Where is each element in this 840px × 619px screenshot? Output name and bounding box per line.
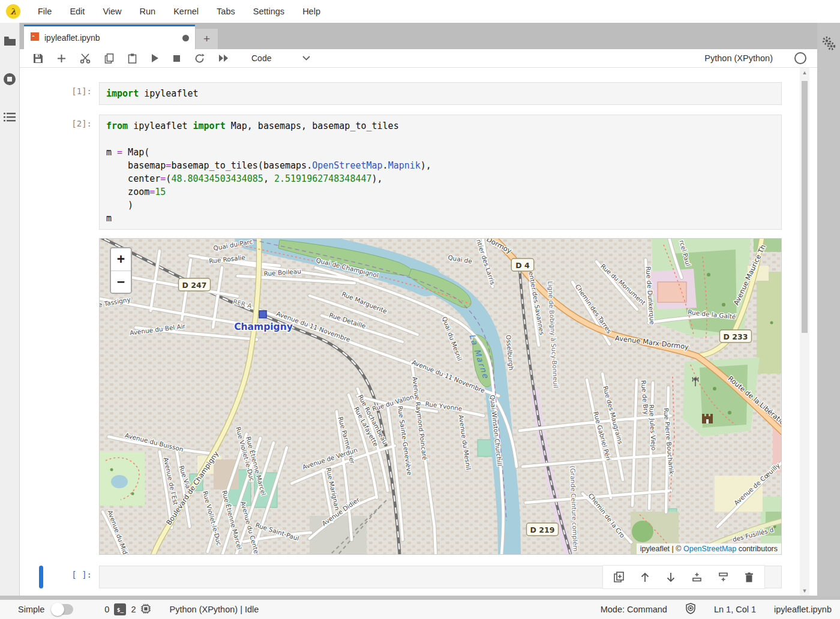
menu-settings[interactable]: Settings (244, 7, 293, 16)
notebook-toolbar: Code Python (XPython) (20, 49, 817, 68)
new-tab-button[interactable]: + (196, 29, 218, 49)
map-tiles[interactable]: Quai du ParcQuai de ChampignolRue Rosali… (100, 239, 782, 554)
menu-kernel[interactable]: Kernel (164, 7, 208, 16)
menu-items: FileEditViewRunKernelTabsSettingsHelp (29, 6, 329, 17)
file-browser-icon[interactable] (4, 36, 16, 46)
code-line: ) (106, 199, 775, 212)
insert-cell-below-icon[interactable] (718, 572, 728, 582)
kernels-count: 2 (131, 605, 136, 614)
save-icon[interactable] (33, 53, 43, 64)
code-line: m = Map( (106, 146, 775, 159)
road-badge-text: D 4 (515, 261, 530, 270)
terminals-count: 0 (104, 605, 109, 614)
left-sidebar (0, 23, 20, 600)
road-badge-text: D 247 (182, 281, 207, 290)
code-cell-2[interactable]: [2]: from ipyleaflet import Map, basemap… (99, 115, 782, 230)
panel-bottom-strip (0, 596, 840, 600)
code-editor[interactable]: from ipyleaflet import Map, basemaps, ba… (99, 115, 782, 230)
restart-run-all-icon[interactable] (218, 54, 229, 62)
menu-file[interactable]: File (29, 7, 61, 16)
run-cell-icon[interactable] (151, 53, 159, 63)
insert-cell-icon[interactable] (57, 54, 66, 63)
stop-kernel-icon[interactable] (173, 55, 181, 62)
menubar: λ FileEditViewRunKernelTabsSettingsHelp (0, 0, 840, 23)
running-kernels-icon[interactable] (3, 73, 16, 86)
kernel-chip-icon[interactable] (140, 603, 151, 616)
map-station-marker (259, 311, 266, 318)
delete-cell-icon[interactable] (745, 572, 754, 582)
statusbar: Simple 0 $_ 2 Python (XPython) | Idle Mo… (0, 600, 840, 619)
scroll-up-icon[interactable]: ▲ (800, 70, 809, 76)
cut-cells-icon[interactable] (80, 53, 91, 64)
notebook-panel: ipyleaflet.ipynb + (20, 23, 817, 600)
tabbar: ipyleaflet.ipynb + (20, 23, 817, 49)
tab-title: ipyleaflet.ipynb (44, 33, 178, 43)
cursor-position[interactable]: Ln 1, Col 1 (714, 605, 756, 614)
code-line: basemap=basemap_to_tiles(basemaps.OpenSt… (106, 159, 775, 172)
statusbar-filename: ipyleaflet.ipynb (774, 605, 832, 614)
code-line: from ipyleaflet import Map, basemaps, ba… (106, 119, 775, 133)
castle-icon (702, 414, 713, 423)
duplicate-cell-icon[interactable] (614, 572, 624, 582)
code-line: center=(48.80434503434085, 2.51919627483… (106, 172, 775, 185)
code-line: zoom=15 (106, 185, 775, 199)
terminal-icon[interactable]: $_ (114, 603, 126, 615)
right-sidebar (817, 23, 840, 600)
trust-shield-icon[interactable] (685, 603, 696, 616)
map-output-cell: Quai du ParcQuai de ChampignolRue Rosali… (99, 238, 782, 555)
kernel-name[interactable]: Python (XPython) (704, 53, 773, 63)
menu-view[interactable]: View (94, 7, 130, 16)
move-cell-down-icon[interactable] (666, 572, 676, 582)
scroll-down-icon[interactable]: ▼ (800, 588, 809, 594)
restart-kernel-icon[interactable] (194, 53, 205, 64)
leaflet-map[interactable]: Quai du ParcQuai de ChampignolRue Rosali… (99, 238, 782, 555)
unsaved-changes-dot[interactable] (182, 35, 189, 41)
map-place-label-champigny: Champigny (234, 321, 293, 332)
zoom-out-button[interactable]: − (111, 271, 131, 293)
cell-prompt: [2]: (37, 119, 92, 128)
cell-type-select[interactable]: Code (251, 53, 310, 63)
code-line: m (106, 212, 775, 225)
road-badge-text: D 233 (724, 332, 748, 341)
settings-gears-icon[interactable] (821, 36, 836, 600)
tab-ipyleaflet-notebook[interactable]: ipyleaflet.ipynb (24, 25, 195, 49)
menu-tabs[interactable]: Tabs (208, 7, 244, 16)
paste-cells-icon[interactable] (128, 53, 137, 64)
menu-help[interactable]: Help (293, 7, 329, 16)
move-cell-up-icon[interactable] (640, 572, 650, 582)
simple-mode-toggle[interactable] (52, 604, 73, 615)
kernel-status-text[interactable]: Python (XPython) | Idle (169, 605, 259, 614)
cell-prompt: [ ]: (37, 570, 92, 579)
kernel-status-icon[interactable] (794, 52, 807, 65)
copy-cells-icon[interactable] (104, 53, 114, 64)
road-badge-text: D 219 (530, 525, 555, 534)
code-editor[interactable]: import ipyleaflet (99, 82, 782, 105)
menu-edit[interactable]: Edit (61, 7, 94, 16)
cell-type-value: Code (251, 53, 271, 63)
cell-toolbar (602, 565, 765, 589)
menu-run[interactable]: Run (131, 7, 165, 16)
empty-code-cell[interactable]: [ ]: (99, 566, 782, 588)
code-cell-1[interactable]: [1]: import ipyleaflet (99, 82, 782, 105)
code-line (106, 133, 775, 146)
command-mode-indicator[interactable]: Mode: Command (601, 605, 667, 614)
attribution-suffix: contributors (736, 545, 778, 553)
map-attribution: ipyleaflet | © OpenStreetMap contributor… (637, 543, 781, 554)
cell-prompt: [1]: (37, 86, 92, 96)
chevron-down-icon (302, 56, 310, 61)
simple-mode-label: Simple (18, 605, 44, 614)
workspace: ipyleaflet.ipynb + (0, 23, 840, 600)
zoom-in-button[interactable]: + (111, 248, 131, 271)
notebook-file-icon (30, 32, 40, 44)
code-line: import ipyleaflet (106, 87, 775, 100)
table-of-contents-icon[interactable] (3, 112, 16, 123)
insert-cell-above-icon[interactable] (692, 572, 702, 582)
map-zoom-control: + − (110, 247, 132, 294)
vertical-scrollbar[interactable]: ▲ ▼ (800, 68, 809, 600)
scrollbar-thumb[interactable] (802, 81, 808, 333)
jupyterlite-logo-icon[interactable]: λ (6, 4, 20, 19)
openstreetmap-link[interactable]: OpenStreetMap (683, 545, 736, 553)
attribution-prefix: ipyleaflet | © (640, 545, 683, 553)
notebook-content[interactable]: [1]: import ipyleaflet [2]: from ipyleaf… (20, 68, 817, 600)
